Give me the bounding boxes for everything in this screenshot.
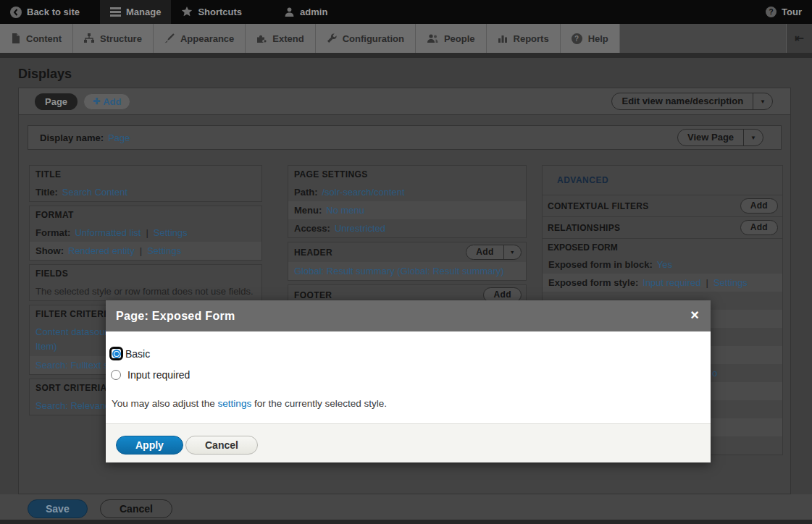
user-icon xyxy=(284,7,295,17)
admin-account-tab[interactable]: admin xyxy=(274,0,338,24)
display-name-label: Display name: xyxy=(40,132,104,143)
back-to-site-button[interactable]: Back to site xyxy=(0,0,90,24)
shortcuts-tab[interactable]: Shortcuts xyxy=(171,0,252,24)
radio-option-basic[interactable]: Basic xyxy=(109,347,150,360)
exposed-in-block-link[interactable]: Yes xyxy=(657,259,672,270)
people-icon xyxy=(427,33,438,43)
title-bucket: TITLE Title:Search Content xyxy=(29,165,262,202)
dialog-body: Basic Input required You may also adjust… xyxy=(106,331,711,423)
hamburger-icon xyxy=(110,7,121,17)
menubar-item-structure[interactable]: Structure xyxy=(73,24,154,53)
contextual-filters-heading: CONTEXTUAL FILTERS Add xyxy=(543,195,782,216)
view-page-button: View Page ▼ xyxy=(677,129,763,146)
path-row: Path:/solr-search/content xyxy=(288,183,526,201)
manage-tab[interactable]: Manage xyxy=(100,0,171,24)
appearance-brush-icon xyxy=(164,33,175,43)
exposed-form-style-row: Exposed form style:Input required|Settin… xyxy=(543,274,782,292)
format-link[interactable]: Unformatted list xyxy=(75,227,141,238)
column-middle: PAGE SETTINGS Path:/solr-search/content … xyxy=(288,165,527,309)
chevron-down-icon[interactable]: ▼ xyxy=(753,93,772,109)
menubar-item-people[interactable]: People xyxy=(416,24,487,53)
contextual-filters-add-button[interactable]: Add xyxy=(740,198,778,214)
structure-icon xyxy=(84,33,94,43)
radio-unselected-icon[interactable] xyxy=(111,370,121,380)
dialog-title: Page: Exposed Form xyxy=(106,310,235,323)
radio-option-input-required[interactable]: Input required xyxy=(109,368,190,381)
page-title: Displays xyxy=(18,67,72,82)
show-settings-link[interactable]: Settings xyxy=(147,245,181,256)
edit-view-name-button: Edit view name/description ▼ xyxy=(611,93,773,110)
chevron-down-icon[interactable]: ▼ xyxy=(503,245,521,259)
add-display-button[interactable]: ✚ Add xyxy=(83,93,130,110)
apply-button[interactable]: Apply xyxy=(116,436,183,455)
format-heading: FORMAT xyxy=(30,206,261,224)
exposed-style-settings-link[interactable]: Settings xyxy=(713,277,748,288)
dialog-titlebar: Page: Exposed Form × xyxy=(106,300,711,331)
admin-menu-tray: Content Structure Appearance Extend Conf… xyxy=(0,24,812,53)
format-settings-link[interactable]: Settings xyxy=(154,227,188,238)
display-name-bar: Display name: Page View Page ▼ xyxy=(28,125,782,150)
title-row: Title:Search Content xyxy=(30,183,261,201)
plus-icon: ✚ xyxy=(93,96,100,106)
menubar-item-reports[interactable]: Reports xyxy=(487,24,561,53)
fields-bucket: FIELDS The selected style or row format … xyxy=(29,264,262,301)
back-icon xyxy=(10,7,22,18)
menubar-item-content[interactable]: Content xyxy=(0,24,73,53)
header-add-button: Add ▼ xyxy=(466,245,522,260)
content-icon xyxy=(11,33,20,43)
menubar-item-appearance[interactable]: Appearance xyxy=(154,24,246,53)
dialog-cancel-button[interactable]: Cancel xyxy=(185,436,258,455)
toolbar-orientation-toggle[interactable]: ⇤ xyxy=(786,24,812,53)
toolbar-spacer xyxy=(338,0,756,24)
exposed-form-heading: EXPOSED FORM xyxy=(543,238,782,255)
exposed-form-dialog: Page: Exposed Form × Basic Input require… xyxy=(106,300,711,462)
dialog-buttonpane: Apply Cancel xyxy=(106,423,711,462)
menubar-spacer xyxy=(620,24,786,53)
configuration-wrench-icon xyxy=(327,33,337,43)
dialog-note: You may also adjust the settings for the… xyxy=(112,398,387,409)
menu-link[interactable]: No menu xyxy=(326,205,364,216)
fields-note: The selected style or row format does no… xyxy=(30,282,261,300)
advanced-toggle[interactable]: ADVANCED xyxy=(543,166,782,195)
reports-barchart-icon xyxy=(498,33,508,43)
save-button[interactable]: Save xyxy=(28,499,88,518)
cancel-button[interactable]: Cancel xyxy=(100,499,172,518)
star-icon xyxy=(181,7,193,17)
tour-question-icon: ? xyxy=(766,7,777,17)
path-link[interactable]: /solr-search/content xyxy=(322,187,405,198)
exposed-form-in-block-row: Exposed form in block:Yes xyxy=(543,255,782,274)
format-row: Format:Unformatted list|Settings xyxy=(30,224,261,242)
page-settings-bucket: PAGE SETTINGS Path:/solr-search/content … xyxy=(288,165,527,238)
toolbar-shadow xyxy=(0,53,812,58)
header-bucket: HEADER Add ▼ Global: Result summary (Glo… xyxy=(288,242,527,281)
partially-hidden-link[interactable]: o xyxy=(712,364,717,382)
close-icon[interactable]: × xyxy=(690,307,699,323)
settings-link[interactable]: settings xyxy=(218,398,252,409)
exposed-style-link[interactable]: Input required xyxy=(643,277,700,288)
relationships-add-button[interactable]: Add xyxy=(740,220,778,235)
help-icon: ? xyxy=(572,33,582,44)
access-link[interactable]: Unrestricted xyxy=(335,223,385,234)
title-link[interactable]: Search Content xyxy=(62,187,127,198)
show-link[interactable]: Rendered entity xyxy=(68,245,135,256)
menubar-item-help[interactable]: ? Help xyxy=(561,24,620,53)
menubar-item-configuration[interactable]: Configuration xyxy=(316,24,416,53)
header-row-result-summary: Global: Result summary (Global: Result s… xyxy=(288,262,526,280)
page-bottom-band xyxy=(0,520,812,524)
relationships-heading: RELATIONSHIPS Add xyxy=(543,216,782,238)
tour-button[interactable]: ? Tour xyxy=(756,0,812,24)
show-row: Show:Rendered entity|Settings xyxy=(30,242,261,260)
fields-heading: FIELDS xyxy=(30,265,261,282)
admin-toolbar: Back to site Manage Shortcuts admin ? To… xyxy=(0,0,812,24)
display-tabs-strip: Page ✚ Add Edit view name/description ▼ xyxy=(19,88,790,115)
extend-puzzle-icon xyxy=(256,33,267,43)
tab-page[interactable]: Page xyxy=(35,93,78,110)
radio-selected-icon[interactable] xyxy=(109,347,123,360)
menu-row: Menu:No menu xyxy=(288,201,526,219)
page-settings-heading: PAGE SETTINGS xyxy=(288,166,526,183)
title-heading: TITLE xyxy=(30,166,261,183)
access-row: Access:Unrestricted xyxy=(288,219,526,237)
display-name-link[interactable]: Page xyxy=(108,132,130,143)
menubar-item-extend[interactable]: Extend xyxy=(246,24,315,53)
chevron-down-icon[interactable]: ▼ xyxy=(743,130,763,145)
